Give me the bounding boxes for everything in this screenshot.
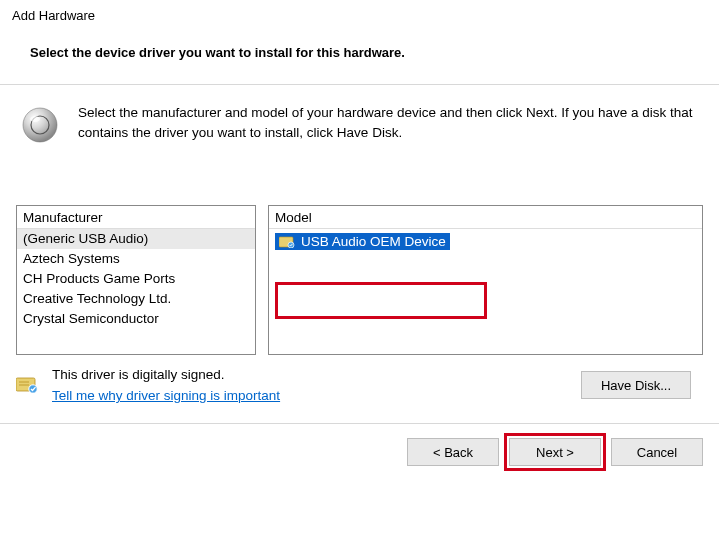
- device-orb-icon: [20, 105, 60, 145]
- signature-text: This driver is digitally signed. Tell me…: [52, 367, 280, 403]
- manufacturer-header: Manufacturer: [17, 206, 255, 229]
- svg-point-8: [29, 385, 37, 393]
- manufacturer-item[interactable]: CH Products Game Ports: [17, 269, 255, 289]
- manufacturer-item[interactable]: (Generic USB Audio): [17, 229, 255, 249]
- model-item[interactable]: USB Audio OEM Device: [275, 233, 450, 250]
- model-item-label: USB Audio OEM Device: [301, 234, 446, 249]
- svg-point-0: [23, 108, 57, 142]
- window-title: Add Hardware: [0, 0, 719, 31]
- manufacturer-item[interactable]: Aztech Systems: [17, 249, 255, 269]
- manufacturer-item[interactable]: Creative Technology Ltd.: [17, 289, 255, 309]
- manufacturer-list[interactable]: (Generic USB Audio) Aztech Systems CH Pr…: [17, 229, 255, 352]
- signature-row: This driver is digitally signed. Tell me…: [0, 355, 719, 403]
- signing-info-link[interactable]: Tell me why driver signing is important: [52, 388, 280, 403]
- manufacturer-panel: Manufacturer (Generic USB Audio) Aztech …: [16, 205, 256, 355]
- lists-row: Manufacturer (Generic USB Audio) Aztech …: [0, 205, 719, 355]
- cancel-button[interactable]: Cancel: [611, 438, 703, 466]
- instruction-text: Select the manufacturer and model of you…: [78, 103, 695, 142]
- page-heading: Select the device driver you want to ins…: [30, 45, 689, 60]
- cert-badge-icon: [16, 377, 38, 393]
- model-panel: Model USB Audio OEM Device: [268, 205, 703, 355]
- footer-buttons: < Back Next > Cancel: [0, 424, 719, 480]
- heading-area: Select the device driver you want to ins…: [0, 31, 719, 84]
- cert-badge-icon: [279, 236, 295, 248]
- model-header: Model: [269, 206, 702, 229]
- next-button[interactable]: Next >: [509, 438, 601, 466]
- signature-status: This driver is digitally signed.: [52, 367, 280, 382]
- back-button[interactable]: < Back: [407, 438, 499, 466]
- model-list[interactable]: USB Audio OEM Device: [269, 229, 702, 255]
- have-disk-button[interactable]: Have Disk...: [581, 371, 691, 399]
- manufacturer-item[interactable]: Crystal Semiconductor: [17, 309, 255, 329]
- instruction-row: Select the manufacturer and model of you…: [0, 85, 719, 157]
- svg-point-2: [30, 116, 40, 122]
